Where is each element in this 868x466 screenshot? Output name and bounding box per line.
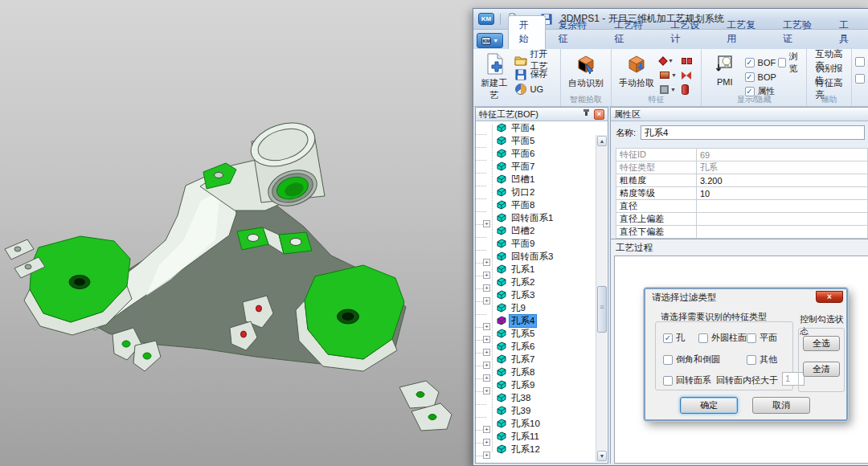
feature-diamond-button[interactable]: ▼	[660, 54, 681, 67]
tab-工艺复用[interactable]: 工艺复用	[716, 15, 771, 49]
expander-icon[interactable]: +	[483, 362, 490, 369]
app-menu-button[interactable]: KM ▼	[477, 33, 503, 48]
expander-icon[interactable]: +	[483, 374, 490, 382]
feature-bars-button[interactable]	[682, 54, 698, 67]
tab-工艺特征[interactable]: 工艺特征	[604, 15, 658, 49]
auto-recognize-button[interactable]: 自动识别	[564, 51, 608, 89]
expander-icon[interactable]: +	[483, 220, 490, 227]
edge-check-2[interactable]	[855, 72, 865, 85]
scroll-up-arrow[interactable]: ▲	[597, 136, 607, 146]
checkbox-label: 其他	[760, 354, 777, 366]
dialog-close-button[interactable]: ×	[816, 291, 843, 303]
dialog-check-平面[interactable]: 平面	[747, 331, 777, 345]
clear-all-button[interactable]: 全清	[803, 362, 840, 377]
3d-viewport[interactable]	[0, 0, 473, 466]
file-small-buttons: 打开工艺 保存 UG	[512, 51, 557, 96]
open-process-button[interactable]: 打开工艺	[512, 53, 557, 67]
tree-item-孔系7[interactable]: +孔系7	[476, 353, 608, 366]
tree-item-平面6[interactable]: 平面6	[476, 147, 608, 160]
expander-icon[interactable]: +	[483, 336, 490, 343]
tree-item-孔系6[interactable]: +孔系6	[476, 340, 608, 353]
tree-item-凹槽1[interactable]: 凹槽1	[476, 173, 608, 186]
dialog-check-倒角和倒圆[interactable]: 倒角和倒圆	[663, 353, 720, 366]
name-input[interactable]: 孔系4	[641, 125, 865, 140]
check-浏览[interactable]: 浏览	[778, 55, 803, 69]
dialog-check-外圆柱面[interactable]: 外圆柱面	[698, 331, 747, 345]
tree-item-平面7[interactable]: 平面7	[476, 160, 608, 173]
tree-item-切口2[interactable]: 切口2	[476, 186, 608, 198]
tree-item-孔系8[interactable]: +孔系8	[476, 366, 608, 378]
feature-icon	[497, 367, 506, 377]
expander-icon[interactable]: +	[483, 323, 490, 330]
feature-chamfer-button[interactable]: ▼	[660, 68, 681, 82]
tree-item-孔系11[interactable]: +孔系11	[476, 430, 608, 443]
expander-icon[interactable]: +	[483, 452, 490, 459]
scroll-down-arrow[interactable]: ▼	[597, 451, 607, 461]
property-row-粗糙度: 粗糙度3.200	[616, 174, 868, 187]
tree-item-凹槽2[interactable]: 凹槽2	[476, 224, 608, 237]
dialog-check-孔[interactable]: ✓孔	[663, 331, 685, 345]
manual-pick-button[interactable]: 手动拾取	[615, 51, 658, 89]
tree-item-平面4[interactable]: 平面4	[476, 121, 608, 134]
close-panel-button[interactable]: ×	[594, 109, 604, 120]
chevron-down-icon: ▼	[671, 72, 677, 78]
tab-工具[interactable]: 工具	[829, 15, 866, 49]
check-BOF[interactable]: ✓BOF	[745, 55, 776, 69]
expander-icon[interactable]: +	[483, 272, 490, 279]
tree-item-孔系1[interactable]: +孔系1	[476, 263, 608, 276]
expander-icon[interactable]: +	[483, 439, 490, 446]
save-icon	[514, 68, 527, 81]
select-all-button[interactable]: 全选	[803, 336, 840, 351]
tree-item-孔38[interactable]: 孔38	[476, 391, 608, 404]
tree-item-孔系5[interactable]: +孔系5	[476, 327, 608, 340]
check-BOP[interactable]: ✓BOP	[745, 70, 776, 84]
tree-item-label: 平面7	[510, 161, 536, 173]
property-value[interactable]: 10	[697, 187, 868, 200]
tree-scrollbar[interactable]: ▲ ▼	[596, 135, 607, 462]
tab-工艺设计[interactable]: 工艺设计	[660, 15, 714, 49]
property-value[interactable]: 3.200	[697, 174, 868, 187]
tree-item-孔系12[interactable]: +孔系12	[476, 443, 608, 456]
tab-复杂特征[interactable]: 复杂特征	[547, 15, 602, 49]
checkbox-label: 倒角和倒圆	[676, 354, 720, 366]
tree-item-孔系2[interactable]: +孔系2	[476, 276, 608, 288]
tree-item-平面5[interactable]: 平面5	[476, 134, 608, 147]
expander-icon[interactable]: +	[483, 349, 490, 356]
ug-button[interactable]: UG	[512, 82, 557, 96]
tree-item-孔39[interactable]: 孔39	[476, 404, 608, 417]
tree-item-平面9[interactable]: 平面9	[476, 237, 608, 250]
tree-item-回转面系3[interactable]: +回转面系3	[476, 250, 608, 263]
property-value[interactable]	[697, 213, 868, 226]
property-value[interactable]: 孔系	[697, 161, 868, 174]
tree-item-label: 凹槽1	[510, 174, 536, 186]
pin-icon[interactable]	[582, 109, 591, 119]
pmi-button[interactable]: PMI	[705, 51, 745, 87]
tab-工艺验证[interactable]: 工艺验证	[772, 15, 827, 49]
tree-item-孔系4[interactable]: +孔系4	[476, 314, 608, 327]
expander-icon[interactable]: +	[483, 426, 490, 433]
expander-icon[interactable]: +	[483, 259, 490, 266]
dialog-check-其他[interactable]: 其他	[747, 353, 777, 366]
tree-item-孔系3[interactable]: +孔系3	[476, 288, 608, 301]
rotary-checkbox[interactable]: 回转面系	[663, 374, 711, 386]
tree-item-孔系9[interactable]: +孔系9	[476, 378, 608, 391]
new-process-button[interactable]: 新建工艺	[477, 51, 512, 101]
cancel-button[interactable]: 取消	[752, 397, 810, 414]
expander-icon[interactable]: +	[483, 297, 490, 305]
tab-开始[interactable]: 开始	[508, 15, 546, 49]
property-value[interactable]	[697, 200, 868, 213]
save-button[interactable]: 保存	[512, 67, 557, 81]
expander-icon[interactable]: +	[483, 284, 490, 292]
ok-button[interactable]: 确定	[680, 397, 738, 414]
tree-item-孔系10[interactable]: +孔系10	[476, 417, 608, 430]
property-value[interactable]: 69	[697, 149, 868, 161]
expander-icon[interactable]: +	[483, 387, 490, 394]
feature-bowtie-button[interactable]	[682, 68, 698, 82]
scroll-thumb[interactable]	[597, 286, 607, 333]
tree-item-平面8[interactable]: 平面8	[476, 198, 608, 211]
tree-item-回转面系1[interactable]: +回转面系1	[476, 211, 608, 224]
tree-item-孔9[interactable]: 孔9	[476, 301, 608, 314]
edge-check-1[interactable]	[855, 55, 865, 68]
property-value[interactable]	[697, 226, 868, 239]
tree-item-label: 回转面系3	[510, 251, 555, 263]
